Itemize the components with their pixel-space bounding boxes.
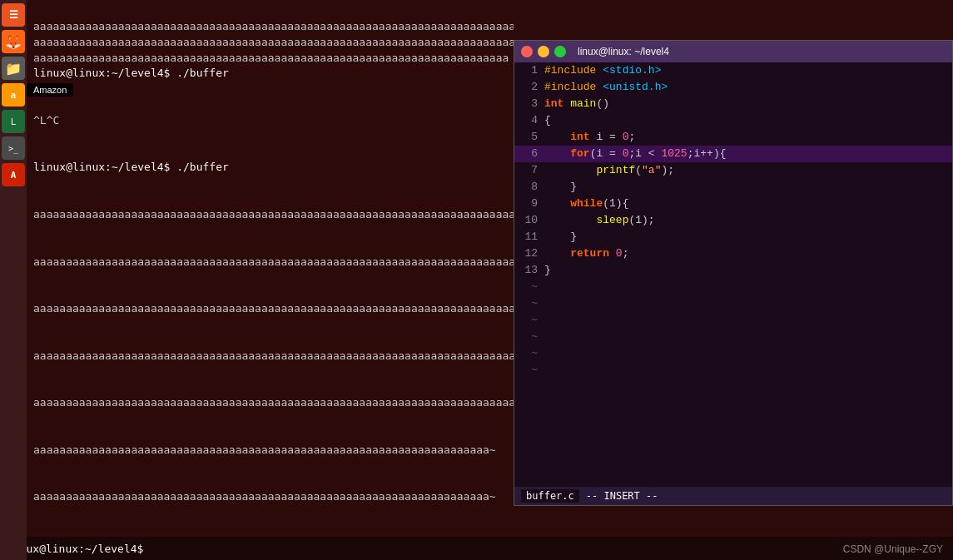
maximize-button[interactable] [554, 46, 566, 57]
editor-body: 1 #include <stdio.h> 2 #include <unistd.… [514, 62, 952, 505]
code-area[interactable]: 1 #include <stdio.h> 2 #include <unistd.… [514, 62, 952, 487]
terminal-line-a3: aaaaaaaaaaaaaaaaaaaaaaaaaaaaaaaaaaaaaaaa… [33, 302, 514, 315]
terminal-ctrlc: ^L^C [33, 114, 59, 126]
taskbar: ☰ 🦊 📁 a Amazon L >_ A [0, 0, 27, 560]
code-line-12: 12 return 0; [514, 245, 952, 262]
amazon-tooltip: Amazon [27, 83, 73, 97]
code-line-7: 7 printf("a"); [514, 162, 952, 179]
terminal-line-a5: aaaaaaaaaaaaaaaaaaaaaaaaaaaaaaaaaaaaaaaa… [33, 396, 514, 409]
firefox-icon[interactable]: 🦊 [2, 30, 25, 53]
code-line-tilde-3: ~ [514, 312, 952, 329]
bottom-bar: linux@linux:~/level4$ CSDN @Unique--ZGY [0, 537, 953, 560]
code-line-2: 2 #include <unistd.h> [514, 79, 952, 96]
watermark: CSDN @Unique--ZGY [843, 543, 943, 555]
terminal-line-a1: aaaaaaaaaaaaaaaaaaaaaaaaaaaaaaaaaaaaaaaa… [33, 208, 514, 221]
terminal-line-a7: aaaaaaaaaaaaaaaaaaaaaaaaaaaaaaaaaaaaaaaa… [33, 490, 496, 503]
terminal-line-a6: aaaaaaaaaaaaaaaaaaaaaaaaaaaaaaaaaaaaaaaa… [33, 444, 496, 456]
files-icon[interactable]: 📁 [2, 57, 25, 80]
terminal-icon[interactable]: >_ [2, 136, 25, 160]
code-line-tilde-2: ~ [514, 295, 952, 312]
terminal-line-1: aaaaaaaaaaaaaaaaaaaaaaaaaaaaaaaaaaaaaaaa… [33, 20, 514, 32]
editor-statusline: buffer.c -- INSERT -- [514, 487, 952, 505]
libreoffice-icon[interactable]: L [2, 110, 25, 133]
code-line-6: 6 for(i = 0;i < 1025;i++){ [514, 146, 952, 162]
amazon-icon[interactable]: a Amazon [2, 83, 25, 107]
code-line-8: 8 } [514, 179, 952, 196]
terminal-prompt-2: linux@linux:~/level4$ ./buffer [33, 161, 229, 173]
ubuntu-icon[interactable]: ☰ [2, 3, 25, 27]
left-terminal: aaaaaaaaaaaaaaaaaaaaaaaaaaaaaaaaaaaaaaaa… [27, 0, 514, 560]
code-line-4: 4 { [514, 112, 952, 129]
terminal-line-3: aaaaaaaaaaaaaaaaaaaaaaaaaaaaaaaaaaaaaaaa… [33, 52, 509, 64]
status-mode: -- INSERT -- [586, 490, 658, 502]
status-filename: buffer.c [521, 489, 579, 503]
editor-titlebar: linux@linux: ~/level4 [514, 41, 952, 62]
editor-window: linux@linux: ~/level4 1 #include <stdio.… [514, 40, 953, 506]
editor-title: linux@linux: ~/level4 [578, 46, 669, 57]
code-line-3: 3 int main() [514, 96, 952, 112]
bottom-prompt-text: linux@linux:~/level4$ [7, 543, 143, 555]
terminal-content: aaaaaaaaaaaaaaaaaaaaaaaaaaaaaaaaaaaaaaaa… [33, 3, 507, 560]
code-line-10: 10 sleep(1); [514, 212, 952, 229]
code-line-5: 5 int i = 0; [514, 129, 952, 146]
bottom-prompt: linux@linux:~/level4$ [7, 543, 143, 555]
terminal-line-2: aaaaaaaaaaaaaaaaaaaaaaaaaaaaaaaaaaaaaaaa… [33, 36, 514, 48]
terminal-prompt-1: linux@linux:~/level4$ ./buffer [33, 67, 229, 79]
close-button[interactable] [521, 46, 533, 57]
store-icon[interactable]: A [2, 163, 25, 186]
code-line-tilde-6: ~ [514, 362, 952, 379]
terminal-line-a2: aaaaaaaaaaaaaaaaaaaaaaaaaaaaaaaaaaaaaaaa… [33, 255, 514, 268]
code-line-tilde-5: ~ [514, 345, 952, 362]
code-line-1: 1 #include <stdio.h> [514, 62, 952, 79]
code-line-11: 11 } [514, 229, 952, 245]
code-line-13: 13 } [514, 262, 952, 279]
minimize-button[interactable] [538, 46, 549, 57]
code-line-9: 9 while(1){ [514, 196, 952, 212]
code-line-tilde-4: ~ [514, 329, 952, 345]
code-line-tilde-1: ~ [514, 279, 952, 295]
terminal-line-a4: aaaaaaaaaaaaaaaaaaaaaaaaaaaaaaaaaaaaaaaa… [33, 349, 514, 362]
